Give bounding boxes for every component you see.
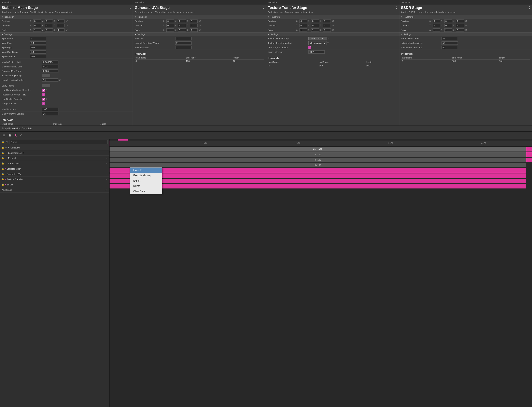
track-menu-7[interactable]: ··· — [106, 183, 107, 186]
alpharigidbreak-input[interactable] — [30, 50, 46, 54]
arrow-down-4[interactable]: ▼ — [529, 8, 530, 10]
match-distance-input[interactable] — [42, 65, 58, 68]
rot-reset-3[interactable]: ↺ — [332, 24, 334, 27]
texture-transfer-dropdown[interactable]: closestpoint interpolated — [308, 41, 327, 45]
scale-z-2[interactable] — [190, 28, 198, 32]
rot-z-4[interactable] — [456, 24, 464, 27]
init-iter-input[interactable] — [441, 41, 458, 45]
scale-reset-1[interactable]: ↺ — [66, 29, 68, 31]
stage-arrows-4[interactable]: ▲ ▼ — [529, 6, 530, 10]
track-menu-6[interactable]: ··· — [106, 178, 107, 180]
scale-z-1[interactable] — [57, 28, 65, 32]
refine-iter-input[interactable] — [441, 46, 458, 49]
max-iter-uv-input[interactable] — [175, 46, 191, 49]
rot-x-3[interactable] — [299, 24, 307, 27]
pos-reset-1[interactable]: ↺ — [66, 20, 68, 23]
rot-reset-4[interactable]: ↺ — [465, 24, 467, 27]
stage-arrows-3[interactable]: ▲ ▼ — [395, 6, 397, 10]
rot-z-1[interactable] — [57, 24, 65, 27]
pos-y-1[interactable] — [45, 19, 53, 23]
context-menu-delete[interactable]: Delete — [130, 183, 162, 189]
settings-icon-btn[interactable]: ☰ — [2, 133, 6, 137]
arrow-down-1[interactable]: ▼ — [129, 8, 131, 10]
settings-section-2[interactable]: ▼ Settings — [133, 32, 266, 36]
context-menu-export[interactable]: Export — [130, 178, 162, 183]
pos-reset-3[interactable]: ↺ — [332, 20, 334, 23]
track-menu-2[interactable]: ··· — [106, 157, 107, 159]
scale-z-3[interactable] — [323, 28, 331, 32]
scale-y-1[interactable] — [45, 28, 53, 32]
track-menu-3[interactable]: ··· — [106, 162, 107, 165]
transform-section-3[interactable]: ▼ Transform — [266, 15, 399, 19]
pos-z-1[interactable] — [57, 19, 65, 23]
pos-x-3[interactable] — [299, 19, 307, 23]
delete-btn[interactable]: 🗑 — [8, 133, 12, 137]
scale-x-1[interactable] — [33, 28, 41, 32]
max-iter-input-1[interactable] — [42, 108, 58, 111]
pos-x-2[interactable] — [166, 19, 174, 23]
pos-y-3[interactable] — [311, 19, 319, 23]
rot-z-3[interactable] — [323, 24, 331, 27]
rot-y-1[interactable] — [45, 24, 53, 27]
alphaplane-input[interactable] — [30, 37, 46, 40]
use-hierarchy-reset[interactable]: ↺ — [46, 89, 47, 92]
scale-x-2[interactable] — [166, 28, 174, 32]
rot-x-1[interactable] — [33, 24, 41, 27]
auto-cage-checkbox[interactable] — [308, 46, 311, 49]
scale-reset-3[interactable]: ↺ — [332, 29, 334, 31]
scale-reset-2[interactable]: ↺ — [199, 29, 201, 31]
rot-y-3[interactable] — [311, 24, 319, 27]
sample-radius-input[interactable] — [42, 78, 58, 82]
scale-x-4[interactable] — [433, 28, 440, 32]
pos-x-4[interactable] — [433, 19, 440, 23]
rot-z-2[interactable] — [190, 24, 198, 27]
context-menu-execute[interactable]: Execute — [130, 168, 162, 173]
alphapoint-input[interactable] — [30, 41, 46, 45]
pos-z-3[interactable] — [323, 19, 331, 23]
texture-source-reset[interactable]: ↺ — [327, 37, 329, 40]
scale-x-3[interactable] — [299, 28, 307, 32]
pos-reset-2[interactable]: ↺ — [199, 20, 201, 23]
texture-source-btn[interactable]: Load: Cort10PT — [308, 37, 327, 40]
add-stage-plus-btn[interactable]: ＋ — [104, 188, 107, 192]
rot-y-4[interactable] — [444, 24, 452, 27]
track-menu-5[interactable]: ··· — [106, 173, 107, 175]
scale-reset-4[interactable]: ↺ — [465, 29, 467, 31]
use-double-checkbox[interactable] — [42, 98, 45, 101]
match-cosine-input[interactable] — [42, 61, 58, 64]
stage-arrows-1[interactable]: ▲ ▼ — [129, 6, 131, 10]
scale-y-2[interactable] — [178, 28, 186, 32]
rot-x-2[interactable] — [166, 24, 174, 27]
scale-z-4[interactable] — [456, 28, 464, 32]
normal-dev-input[interactable] — [175, 41, 191, 45]
max-cost-input[interactable] — [175, 37, 191, 40]
arrow-up-4[interactable]: ▲ — [529, 6, 530, 8]
target-bone-input[interactable] — [441, 37, 458, 40]
pos-z-2[interactable] — [190, 19, 198, 23]
pos-reset-4[interactable]: ↺ — [465, 20, 467, 23]
stage-arrows-2[interactable]: ▲ ▼ — [262, 6, 264, 10]
scale-y-4[interactable] — [444, 28, 452, 32]
alpharigid-input[interactable] — [30, 46, 46, 49]
cage-extrusion-input[interactable] — [308, 50, 325, 54]
context-menu-clear-data[interactable]: Clear Data — [130, 189, 162, 194]
settings-section-1[interactable]: ▼ Settings — [0, 32, 133, 36]
track-menu-1[interactable]: ··· — [106, 152, 107, 154]
transform-section-4[interactable]: ▼ Transform — [399, 15, 532, 19]
transform-section-2[interactable]: ▼ Transform — [133, 15, 266, 19]
max-work-input[interactable] — [42, 112, 58, 115]
arrow-up-1[interactable]: ▲ — [129, 6, 131, 8]
arrow-down-3[interactable]: ▼ — [395, 8, 397, 10]
rot-y-2[interactable] — [178, 24, 186, 27]
settings-section-4[interactable]: ▼ Settings — [399, 32, 532, 36]
transform-section-1[interactable]: ▼ Transform — [0, 15, 133, 19]
track-menu-4[interactable]: ··· — [106, 168, 107, 170]
segment-max-error-input[interactable] — [42, 70, 58, 73]
rot-reset-1[interactable]: ↺ — [66, 24, 68, 27]
settings-section-3[interactable]: ▼ Settings — [266, 32, 399, 36]
pos-z-4[interactable] — [456, 19, 464, 23]
scale-y-3[interactable] — [311, 28, 319, 32]
arrow-down-2[interactable]: ▼ — [262, 8, 264, 10]
merge-vertices-checkbox[interactable] — [42, 102, 45, 105]
use-hierarchy-checkbox[interactable] — [42, 89, 45, 92]
